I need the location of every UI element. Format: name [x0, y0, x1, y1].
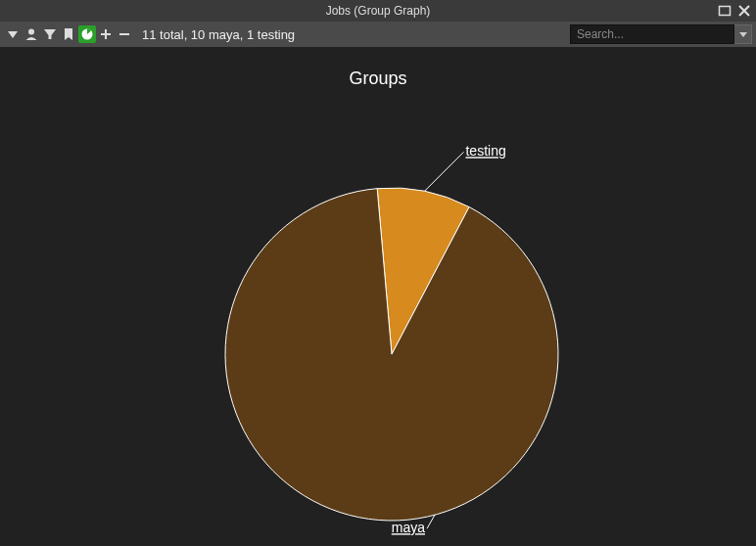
maximize-button[interactable]	[717, 3, 732, 19]
svg-marker-10	[739, 32, 747, 37]
pie-chart: testingmaya	[0, 47, 756, 546]
svg-marker-3	[8, 31, 18, 38]
slice-label-testing: testing	[465, 143, 505, 159]
plus-icon[interactable]	[97, 25, 115, 43]
svg-marker-5	[44, 29, 56, 39]
user-icon[interactable]	[23, 25, 40, 43]
svg-rect-0	[720, 7, 731, 16]
minus-icon[interactable]	[116, 25, 133, 43]
svg-rect-9	[119, 33, 129, 35]
chart-area: Groups testingmaya	[0, 47, 756, 546]
close-button[interactable]	[736, 3, 752, 19]
job-count-status: 11 total, 10 maya, 1 testing	[142, 27, 295, 42]
leader-line-testing	[424, 152, 463, 191]
graph-icon[interactable]	[78, 25, 96, 43]
search-wrap	[570, 24, 752, 44]
dropdown-icon[interactable]	[4, 25, 22, 43]
bookmark-icon[interactable]	[60, 25, 77, 43]
search-input[interactable]	[570, 24, 734, 44]
toolbar: 11 total, 10 maya, 1 testing	[0, 22, 756, 47]
slice-label-maya: maya	[392, 520, 425, 535]
svg-point-4	[28, 29, 34, 35]
window-title: Jobs (Group Graph)	[0, 4, 756, 18]
title-bar: Jobs (Group Graph)	[0, 0, 756, 22]
filter-icon[interactable]	[41, 25, 59, 43]
search-dropdown-button[interactable]	[734, 24, 752, 44]
window-buttons	[717, 3, 752, 19]
svg-rect-8	[101, 33, 111, 35]
